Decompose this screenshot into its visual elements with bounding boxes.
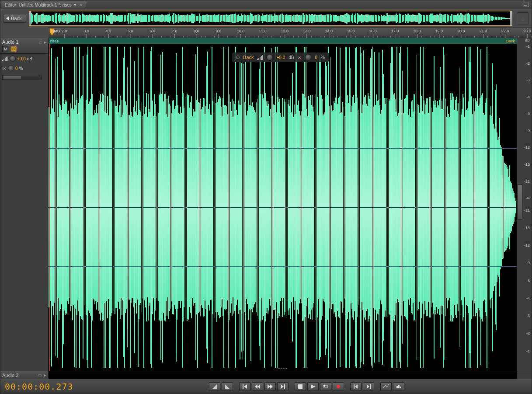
gain-pad[interactable]: [517, 185, 522, 220]
next-marker-button[interactable]: [363, 382, 374, 391]
svg-point-3: [337, 385, 340, 388]
tab-bar: Editor: Untitled Multitrack 1 *: rises ▼…: [0, 0, 532, 9]
timecode[interactable]: 00:00:00.273: [5, 381, 83, 392]
svg-rect-2: [298, 384, 303, 389]
svg-rect-0: [243, 384, 243, 389]
prev-marker-button[interactable]: [350, 382, 362, 391]
zero-line: [49, 207, 517, 208]
track-menu-icon[interactable]: ▸: [44, 40, 46, 45]
rewind-button[interactable]: [252, 382, 263, 391]
goto-end-button[interactable]: [277, 382, 289, 391]
track1-name: Audio 1: [2, 39, 18, 45]
overview-waveform[interactable]: [29, 11, 512, 26]
sidebar: Audio 1 ▭ ▸ M S +0.0 dB ⋈ 0: [0, 38, 49, 371]
track1-header[interactable]: Audio 1 ▭ ▸ M S: [0, 38, 48, 54]
expand-handle-icon[interactable]: ••••••: [278, 366, 288, 370]
record-button[interactable]: [333, 382, 344, 391]
db-unit: dB: [525, 38, 530, 42]
tab-dropdown-icon[interactable]: ▼: [73, 3, 77, 7]
svg-rect-7: [398, 385, 400, 388]
pan-control[interactable]: ⋈ 0 %: [0, 63, 48, 73]
track2-row: Audio 2 ▭ ▸: [0, 371, 532, 379]
track2-collapse-icon[interactable]: ▭: [38, 373, 42, 377]
back-button[interactable]: Back: [3, 14, 26, 23]
zoom-tool-button[interactable]: [380, 382, 392, 391]
hud-pan-knob[interactable]: [305, 54, 311, 60]
gain-control[interactable]: +0.0 dB: [0, 54, 48, 63]
hud-pin-icon[interactable]: [236, 56, 240, 59]
hud-gain-knob[interactable]: [267, 54, 273, 60]
hud-gain-value[interactable]: +0.0: [276, 55, 285, 60]
svg-rect-6: [396, 386, 398, 388]
editor-tab[interactable]: Editor: Untitled Multitrack 1 *: rises ▼…: [2, 1, 86, 8]
amplitude-guide-bottom: [49, 266, 517, 267]
clip-header[interactable]: rises Back: [49, 38, 517, 44]
view-tool-button[interactable]: [393, 382, 404, 391]
svg-rect-8: [400, 387, 401, 388]
track2-menu-icon[interactable]: ▸: [44, 373, 46, 377]
track-collapse-icon[interactable]: ▭: [38, 40, 42, 45]
mute-button[interactable]: M: [2, 46, 9, 52]
clip-hud[interactable]: Back +0.0 dB ⋈ 0 %: [232, 52, 329, 62]
overview-handle-right[interactable]: [510, 11, 512, 25]
fade-out-button[interactable]: [222, 382, 233, 391]
svg-rect-1: [284, 384, 285, 389]
hud-pan-value[interactable]: 0: [315, 55, 317, 60]
back-label: Back: [11, 16, 21, 21]
tab-title: Editor: Untitled Multitrack 1 *: rises: [5, 3, 72, 7]
track2-name: Audio 2: [2, 373, 18, 378]
solo-button[interactable]: S: [10, 46, 17, 52]
db-scale[interactable]: dB -1-2-3-4-6-9-12-15-21-∞-21-15-12-9-6-…: [517, 38, 532, 371]
ruler-unit: HMS: [51, 29, 60, 33]
sidebar-scrollbar[interactable]: [2, 75, 42, 80]
time-ruler[interactable]: HMS 2.03.04.05.06.07.08.09.010.011.012.0…: [49, 28, 532, 38]
gain-stair-icon: [2, 56, 8, 61]
clip-name: rises: [50, 39, 59, 43]
hud-pan-unit: %: [321, 55, 325, 60]
panel-collapse-icon[interactable]: [523, 3, 529, 7]
goto-start-button[interactable]: [239, 382, 250, 391]
pan-knob[interactable]: [8, 65, 14, 71]
track2-lane[interactable]: [49, 371, 517, 379]
navigation-row: Back ⌕: [0, 9, 532, 28]
loop-button[interactable]: [320, 382, 331, 391]
hud-back-label: Back: [243, 55, 254, 60]
gain-value[interactable]: +0.0: [17, 56, 26, 61]
pan-unit: %: [19, 66, 23, 71]
hud-pan-icon: ⋈: [297, 55, 302, 60]
back-arrow-icon: [6, 16, 9, 21]
pan-icon: ⋈: [2, 66, 7, 71]
fade-in-button[interactable]: [209, 382, 220, 391]
search-icon[interactable]: ⌕: [517, 12, 529, 24]
playhead-line[interactable]: [49, 44, 50, 371]
svg-rect-5: [370, 384, 371, 389]
hud-gain-icon: [257, 55, 263, 60]
waveform-editor[interactable]: rises Back Back +0.0 dB ⋈ 0: [49, 38, 517, 371]
pan-value[interactable]: 0: [15, 66, 18, 71]
gain-unit: dB: [27, 56, 32, 61]
transport-bar: 00:00:00.273: [0, 379, 532, 394]
gain-knob[interactable]: [10, 56, 16, 62]
stop-button[interactable]: [295, 382, 306, 391]
clip-right-label: Back: [506, 39, 515, 43]
play-button[interactable]: [307, 382, 319, 391]
amplitude-guide-top: [49, 148, 517, 149]
hud-gain-unit: dB: [289, 55, 294, 60]
svg-rect-4: [354, 384, 355, 389]
track2-header[interactable]: Audio 2 ▭ ▸: [0, 371, 49, 379]
forward-button[interactable]: [264, 382, 276, 391]
tab-close-icon[interactable]: ×: [79, 2, 83, 7]
